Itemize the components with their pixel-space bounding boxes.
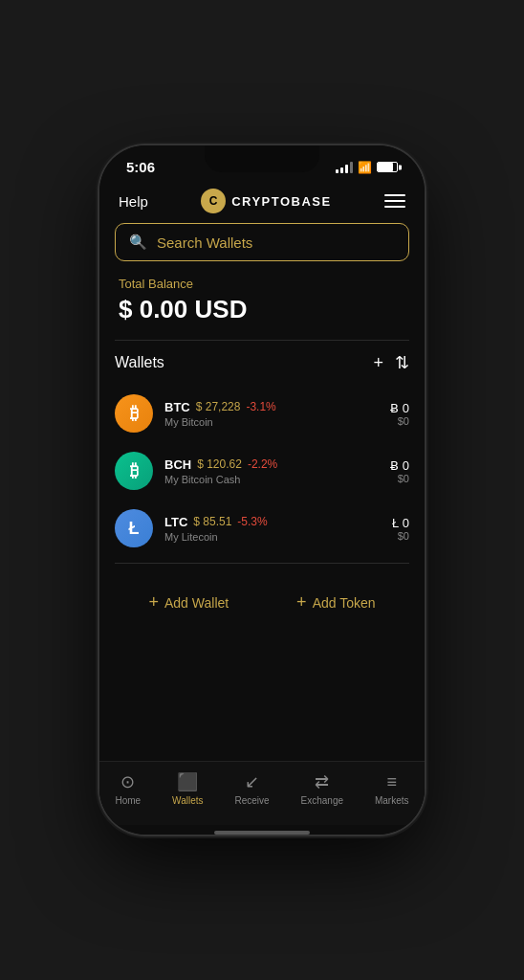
nav-home[interactable]: ⊙ Home [115, 771, 141, 806]
markets-label: Markets [375, 795, 409, 806]
search-icon: 🔍 [129, 234, 147, 251]
content: 🔍 Search Wallets Total Balance $ 0.00 US… [99, 223, 425, 761]
wallets-header: Wallets + ⇅ [115, 352, 409, 373]
bch-icon: ₿ [115, 452, 153, 490]
nav-receive[interactable]: ↙ Receive [234, 771, 269, 806]
bottom-nav: ⊙ Home ⬛ Wallets ↙ Receive ⇄ Exchange ≡ … [99, 761, 425, 825]
btc-name: My Bitcoin [164, 416, 276, 428]
ltc-balance: Ł 0 [392, 516, 409, 530]
wallet-item-btc[interactable]: ₿ BTC $ 27,228 -3.1% My Bitcoin Ƀ 0 [115, 385, 409, 442]
nav-wallets[interactable]: ⬛ Wallets [172, 771, 203, 806]
btc-price: $ 27,228 [196, 400, 241, 413]
nav-exchange[interactable]: ⇄ Exchange [301, 771, 343, 806]
balance-label: Total Balance [119, 277, 405, 291]
home-indicator [214, 831, 310, 835]
logo-icon: C [201, 189, 226, 213]
ltc-name: My Litecoin [164, 531, 268, 543]
divider-1 [115, 340, 409, 341]
add-token-button[interactable]: + Add Token [296, 592, 375, 612]
sort-button[interactable]: ⇅ [395, 352, 409, 373]
help-button[interactable]: Help [119, 193, 148, 210]
receive-label: Receive [234, 795, 269, 806]
exchange-label: Exchange [301, 795, 343, 806]
btc-icon: ₿ [115, 394, 153, 433]
home-label: Home [115, 795, 141, 806]
search-placeholder: Search Wallets [157, 234, 252, 251]
nav-markets[interactable]: ≡ Markets [375, 772, 409, 806]
bch-change: -2.2% [248, 457, 277, 471]
btc-balance: Ƀ 0 [390, 401, 409, 415]
add-buttons: + Add Wallet + Add Token [115, 579, 409, 620]
bch-price: $ 120.62 [197, 457, 242, 471]
signal-icon [336, 162, 353, 173]
screen: 5:06 📶 Help C CRYPTOBASE [99, 145, 425, 835]
wallets-icon: ⬛ [177, 771, 198, 792]
logo-text: CRYPTOBASE [231, 194, 332, 209]
add-wallet-label: Add Wallet [164, 595, 229, 611]
receive-icon: ↙ [245, 771, 259, 792]
search-bar[interactable]: 🔍 Search Wallets [115, 223, 409, 261]
wallets-actions: + ⇅ [373, 352, 409, 373]
add-wallet-button[interactable]: + Add Wallet [148, 592, 229, 612]
wallets-nav-label: Wallets [172, 795, 203, 806]
wallet-item-ltc[interactable]: Ł LTC $ 85.51 -5.3% My Litecoin Ł 0 [115, 500, 409, 557]
markets-icon: ≡ [386, 772, 397, 792]
status-time: 5:06 [126, 159, 155, 175]
btc-symbol: BTC [164, 400, 190, 414]
balance-amount: $ 0.00 USD [119, 295, 405, 324]
bch-usd: $0 [390, 473, 409, 484]
ltc-icon: Ł [115, 509, 153, 547]
wallet-list: ₿ BTC $ 27,228 -3.1% My Bitcoin Ƀ 0 [115, 385, 409, 557]
logo: C CRYPTOBASE [201, 189, 332, 213]
wallet-item-bch[interactable]: ₿ BCH $ 120.62 -2.2% My Bitcoin Cash Ƀ 0 [115, 442, 409, 500]
home-icon: ⊙ [120, 771, 135, 792]
status-icons: 📶 [336, 161, 398, 174]
ltc-price: $ 85.51 [193, 515, 231, 528]
wifi-icon: 📶 [358, 161, 372, 174]
add-token-plus-icon: + [296, 592, 307, 612]
add-token-label: Add Token [313, 595, 376, 611]
add-wallet-plus-icon: + [148, 592, 159, 612]
bch-balance: Ƀ 0 [390, 458, 409, 473]
balance-section: Total Balance $ 0.00 USD [115, 277, 409, 340]
btc-change: -3.1% [246, 400, 275, 413]
phone-shell: 5:06 📶 Help C CRYPTOBASE [99, 145, 425, 835]
ltc-usd: $0 [392, 530, 409, 542]
btc-usd: $0 [390, 415, 409, 427]
menu-button[interactable] [384, 194, 405, 208]
divider-2 [115, 563, 409, 564]
ltc-change: -5.3% [237, 515, 267, 528]
bch-symbol: BCH [164, 457, 191, 472]
status-bar: 5:06 📶 [99, 145, 425, 181]
wallets-label: Wallets [115, 354, 164, 371]
add-wallet-icon-button[interactable]: + [373, 353, 383, 373]
ltc-symbol: LTC [164, 515, 187, 529]
battery-icon [377, 162, 398, 172]
bch-name: My Bitcoin Cash [164, 474, 277, 485]
exchange-icon: ⇄ [315, 771, 329, 792]
header: Help C CRYPTOBASE [99, 181, 425, 223]
